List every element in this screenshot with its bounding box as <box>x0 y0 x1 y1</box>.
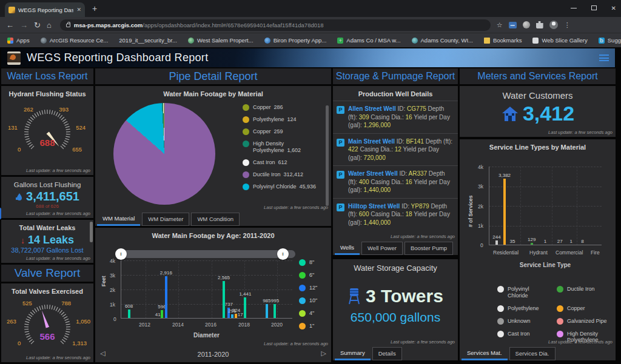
tab-booster-pump[interactable]: Booster Pump <box>404 242 453 255</box>
time-slider-handle-left[interactable]: ‖ <box>115 248 127 260</box>
legend-dot <box>243 184 249 190</box>
legend-dot <box>299 323 306 329</box>
forward-button[interactable]: → <box>20 21 28 29</box>
legend-dot <box>557 318 563 325</box>
bar-value-label: 244 <box>492 234 500 240</box>
window-controls: ✕ <box>571 1 616 15</box>
bookmark-west-salem[interactable]: West Salem Propert... <box>188 37 253 44</box>
legend-item: Copper 286 <box>243 104 316 111</box>
window-maximize-button[interactable] <box>591 5 597 10</box>
range-next-arrow[interactable]: ▷ <box>321 349 326 357</box>
x-tick: 2012 <box>139 322 150 328</box>
bookmark-web-slice-gallery[interactable]: Web Slice Gallery <box>532 37 587 44</box>
y-tick: 0 <box>113 316 116 322</box>
bookmark-arcgis-resource[interactable]: ArcGIS Resource Ce... <box>41 37 109 44</box>
tab-wm-diameter[interactable]: WM Diameter <box>142 213 189 226</box>
gallons-lost-subtext: 688 of 626 <box>1 204 93 209</box>
last-update-text: Last update: a few seconds ago <box>264 341 328 346</box>
well-list-item[interactable]: P Allen Street Well ID: CG775 Depth (ft)… <box>333 101 458 133</box>
bookmark-star-icon[interactable]: ☆ <box>497 21 503 29</box>
water-drop-icon <box>15 193 24 201</box>
bookmark-apps[interactable]: Apps <box>7 37 30 44</box>
bookmark-2019-it-security[interactable]: 2019_it__security_br... <box>119 37 177 44</box>
dashboard-header: WEGS Reporting Dashboard Report <box>1 48 615 67</box>
browser-tab[interactable]: WEGS Reporting Dashboard ✕ <box>5 2 85 17</box>
bar-value-label: 17 <box>238 312 243 317</box>
bookmark-biron-property[interactable]: Biron Property App... <box>264 37 327 44</box>
time-slider-handle-right[interactable]: ‖ <box>277 248 289 260</box>
extension-circle-icon[interactable] <box>523 21 530 28</box>
tab-wells[interactable]: Wells <box>335 242 360 255</box>
y-tick: 0 <box>480 242 483 248</box>
wells-tabs: Wells Well Power Booster Pump <box>333 242 453 255</box>
tab-well-power[interactable]: Well Power <box>361 242 403 255</box>
bar-value-label: 1 <box>570 239 572 244</box>
browser-toolbar: ← → ↻ ⌂ msa-ps.maps.arcgis.com/apps/opsd… <box>0 17 621 33</box>
back-button[interactable]: ← <box>6 21 14 29</box>
section-title-storage-pumpage: Storage & Pumpage Report <box>333 68 458 84</box>
bar-value-label: 35 <box>510 239 515 244</box>
legend-scrollbar-thumb[interactable] <box>326 105 329 206</box>
legend-item: Cast Iron 612 <box>243 159 316 166</box>
bar-value-label: 985 <box>263 298 270 303</box>
tab-details[interactable]: Details <box>372 347 402 360</box>
bar: 596 <box>161 310 163 319</box>
legend-dot <box>557 286 563 293</box>
legend-item: 1" <box>299 323 317 329</box>
reload-button[interactable]: ↻ <box>34 21 41 29</box>
well-list-item[interactable]: P Main Street Well ID: BF141 Depth (ft):… <box>333 133 458 166</box>
hydrant-flushing-gauge: 0 131 262 393 524 655 688 <box>9 101 86 157</box>
y-axis-label: # of Services <box>468 196 474 227</box>
bar: 608 <box>128 309 130 319</box>
tab-services-mat[interactable]: Services Mat. <box>462 347 508 360</box>
gauge-value: 566 <box>9 331 86 342</box>
tab-services-dia[interactable]: Services Dia. <box>509 347 556 360</box>
new-tab-button[interactable]: + <box>92 4 97 13</box>
well-list-item[interactable]: P Water Street Well ID: AR337 Depth (ft)… <box>333 165 458 198</box>
scrollbar-thumb[interactable] <box>90 222 93 242</box>
well-list-item[interactable]: P Hilltop Street Well ID: YP879 Depth (f… <box>333 198 458 231</box>
service-legend: Polyvinyl Chloride Polyethylene Unknown … <box>497 286 607 343</box>
hamburger-menu-icon[interactable] <box>599 55 609 61</box>
bar-value-label: 737 <box>225 302 233 307</box>
y-tick: 1k <box>110 302 115 308</box>
service-line-types-panel: Service Line Types by Material 2443,3823… <box>460 139 616 360</box>
water-storage-capacity-panel: Water Storage Capacity 3 Towers 650,000 … <box>333 259 458 360</box>
legend-dot <box>299 285 306 291</box>
profile-avatar[interactable] <box>549 21 558 29</box>
gauge-tick-label: 263 <box>7 318 16 325</box>
gauge-tick-label: 131 <box>8 124 18 131</box>
bookmark-adams-county[interactable]: Adams County, WI... <box>412 37 473 44</box>
tab-wm-condition[interactable]: WM Condition <box>191 213 240 226</box>
gallons-lost-flushing-panel: Gallons Lost Flushing 3,411,651 688 of 6… <box>1 177 93 218</box>
lock-icon[interactable] <box>66 24 70 27</box>
last-update-text: Last update: a few seconds ago <box>548 339 613 345</box>
gauge-tick-label: 262 <box>24 106 33 113</box>
tab-wm-material[interactable]: WM Material <box>97 213 140 226</box>
age-bars: 608415962,9162,565737291324171,441985995 <box>121 260 292 319</box>
tab-summary[interactable]: Summary <box>335 347 371 360</box>
material-pie-chart <box>113 103 215 205</box>
y-tick: 2k <box>110 287 115 293</box>
bookmark-adams-msa[interactable]: +Adams Co / MSA w... <box>337 37 400 44</box>
bookmark-bookmarks-folder[interactable]: Bookmarks <box>484 37 522 44</box>
url-path: /apps/opsdashboard/index.html#/6578e6959… <box>143 22 323 28</box>
window-minimize-button[interactable] <box>571 8 577 8</box>
legend-item: 6" <box>299 272 317 279</box>
extensions-puzzle-icon[interactable] <box>536 21 543 28</box>
extension-dots-icon[interactable]: ••• <box>509 22 517 28</box>
address-bar[interactable]: msa-ps.maps.arcgis.com/apps/opsdashboard… <box>60 19 491 31</box>
section-title-valve-report: Valve Report <box>1 265 93 282</box>
tab-close-icon[interactable]: ✕ <box>76 7 81 13</box>
gauge-tick-label: 393 <box>59 106 69 113</box>
section-title-water-loss: Water Loss Report <box>1 68 93 84</box>
window-close-button[interactable]: ✕ <box>611 5 616 12</box>
section-title-pipe-detail: Pipe Detail Report <box>95 68 331 84</box>
age-bar-plot: 608415962,9162,565737291324171,441985995 <box>121 260 292 319</box>
browser-menu-icon[interactable]: ⋮ <box>564 21 571 29</box>
home-button[interactable]: ⌂ <box>47 21 52 29</box>
time-slider-track[interactable] <box>119 250 295 258</box>
bookmark-suggested-sites[interactable]: bSuggested Sites <box>599 37 621 44</box>
globe-icon <box>41 38 47 44</box>
range-label: 2011-2020 <box>95 351 331 358</box>
